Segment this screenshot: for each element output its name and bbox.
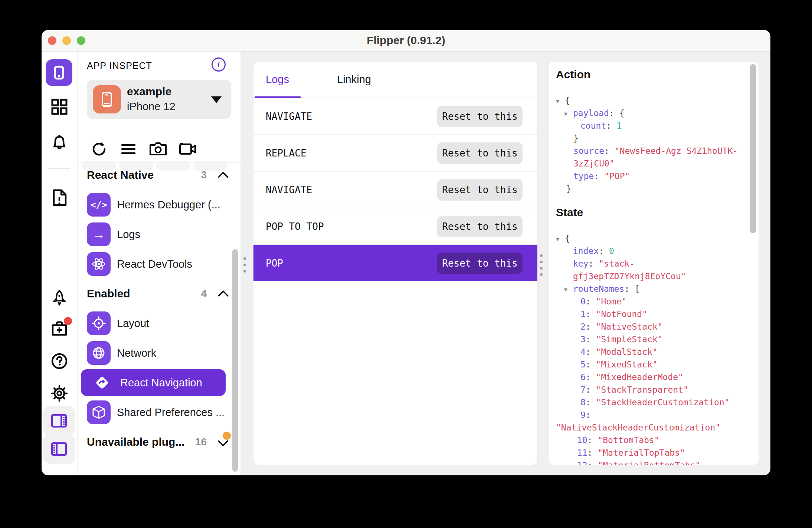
- action-json-tree[interactable]: ▼{▼payload: {count: 1}source: "NewsFeed-…: [556, 94, 756, 195]
- video-camera-icon: [179, 141, 196, 158]
- bell-icon: [50, 133, 68, 151]
- section-count: 3: [201, 169, 207, 181]
- section-count: 4: [201, 288, 207, 300]
- panel-right-icon: [50, 413, 68, 429]
- event-type: POP_TO_TOP: [266, 221, 437, 232]
- toggle-left-sidebar-button[interactable]: [43, 434, 75, 464]
- sidebar-scrollbar[interactable]: [232, 249, 238, 472]
- setup-doctor-rail-button[interactable]: [50, 320, 68, 337]
- app-name: example: [127, 85, 171, 98]
- reload-app-button[interactable]: [91, 141, 108, 158]
- reset-to-this-button[interactable]: Reset to this: [437, 216, 523, 237]
- titlebar: Flipper (0.91.2): [42, 30, 770, 52]
- state-heading: State: [556, 206, 583, 219]
- plugin-label: Layout: [117, 317, 149, 330]
- plugin-label: Network: [117, 347, 156, 359]
- sidebar-item-logs[interactable]: → Logs: [78, 220, 240, 249]
- navigation-diamond-icon: [90, 371, 114, 395]
- section-unavailable-plugins[interactable]: Unavailable plug... 16: [78, 427, 240, 457]
- section-label: Unavailable plug...: [87, 436, 195, 448]
- sidebar-item-react-devtools[interactable]: React DevTools: [78, 249, 240, 279]
- report-issue-rail-button[interactable]: [51, 189, 68, 207]
- sidebar-resize-handle[interactable]: [243, 255, 246, 274]
- reset-to-this-button[interactable]: Reset to this: [437, 106, 523, 127]
- state-json-tree[interactable]: ▼{index: 0key: "stack-gfj3epTZD7Yknj8EoY…: [556, 232, 756, 465]
- grid-icon: [51, 98, 68, 115]
- screen-record-button[interactable]: [179, 141, 196, 158]
- caret-down-icon: [211, 96, 222, 103]
- sidebar-item-react-navigation[interactable]: React Navigation: [78, 368, 240, 397]
- mobile-device-icon: [52, 65, 66, 80]
- toggle-right-sidebar-button[interactable]: [43, 406, 75, 436]
- desktop: Flipper (0.91.2): [0, 0, 812, 528]
- action-heading: Action: [556, 68, 590, 81]
- tab-linking[interactable]: Linking: [337, 62, 371, 98]
- cube-icon: [87, 400, 111, 424]
- expander-arrow-icon[interactable]: ▼: [564, 108, 573, 120]
- sidebar-item-hermes-debugger[interactable]: </> Hermes Debugger (...: [78, 190, 240, 220]
- sidebar-item-network[interactable]: Network: [78, 338, 240, 368]
- event-type: POP: [266, 258, 437, 269]
- tabbar: Logs Linking: [253, 62, 537, 98]
- settings-rail-button[interactable]: [50, 385, 68, 402]
- log-row[interactable]: NAVIGATE Reset to this: [253, 98, 537, 135]
- section-enabled[interactable]: Enabled 4: [78, 279, 240, 308]
- flipper-window: Flipper (0.91.2): [42, 30, 770, 475]
- plugin-sidebar: APP INSPECT i example iPhone 12: [78, 52, 240, 475]
- plugin-label: Logs: [117, 228, 140, 241]
- section-react-native[interactable]: React Native 3: [78, 160, 240, 190]
- sidebar-item-layout[interactable]: Layout: [78, 308, 240, 338]
- event-type: NAVIGATE: [266, 111, 437, 122]
- expander-arrow-icon[interactable]: ▼: [556, 95, 565, 108]
- panel-left-icon: [50, 441, 68, 457]
- device-app-icon: [93, 85, 121, 113]
- reset-to-this-button[interactable]: Reset to this: [437, 179, 523, 201]
- sidebar-item-shared-preferences[interactable]: Shared Preferences ...: [78, 397, 240, 427]
- log-row[interactable]: POP_TO_TOP Reset to this: [253, 208, 537, 245]
- document-alert-icon: [51, 189, 68, 207]
- refresh-icon: [91, 141, 108, 158]
- tab-logs[interactable]: Logs: [266, 62, 289, 98]
- app-inspect-heading: APP INSPECT: [87, 60, 152, 71]
- section-label: Enabled: [87, 287, 201, 300]
- plugin-label: React DevTools: [117, 258, 192, 270]
- chevron-up-icon: [218, 171, 229, 182]
- help-icon: [51, 353, 68, 370]
- dev-menu-button[interactable]: [120, 141, 137, 158]
- arrow-right-icon: →: [87, 222, 111, 246]
- device-selector[interactable]: example iPhone 12: [87, 80, 231, 119]
- expander-arrow-icon[interactable]: ▼: [556, 233, 565, 245]
- log-row[interactable]: REPLACE Reset to this: [253, 135, 537, 172]
- expander-arrow-icon[interactable]: ▼: [564, 283, 573, 296]
- event-type: NAVIGATE: [266, 184, 437, 195]
- help-rail-button[interactable]: [51, 353, 68, 370]
- log-row[interactable]: NAVIGATE Reset to this: [253, 172, 537, 208]
- plugin-grid-rail-button[interactable]: [51, 98, 68, 115]
- reset-to-this-button[interactable]: Reset to this: [437, 142, 523, 164]
- reset-to-this-button[interactable]: Reset to this: [437, 253, 523, 274]
- screenshot-button[interactable]: [149, 141, 166, 158]
- globe-icon: [87, 341, 111, 365]
- info-icon[interactable]: i: [212, 57, 226, 72]
- plugin-label: Shared Preferences ...: [117, 406, 225, 419]
- crosshair-icon: [87, 311, 111, 335]
- code-icon: </>: [87, 193, 111, 217]
- menu-icon: [120, 141, 137, 158]
- unavailable-warning-badge: [223, 432, 231, 440]
- react-atom-icon: [87, 252, 111, 276]
- left-icon-rail: [42, 52, 78, 475]
- device-name: iPhone 12: [127, 100, 176, 113]
- changelog-rail-button[interactable]: [51, 290, 68, 307]
- inspector-resize-handle[interactable]: [540, 253, 543, 278]
- log-row-selected[interactable]: POP Reset to this: [253, 245, 537, 281]
- chevron-up-icon: [218, 290, 229, 301]
- app-inspect-rail-button[interactable]: [46, 59, 72, 86]
- first-aid-kit-icon: [50, 320, 68, 337]
- plugin-label: React Navigation: [120, 377, 202, 389]
- inspector-panel: Action ▼{▼payload: {count: 1}source: "Ne…: [548, 61, 759, 465]
- doctor-alert-badge: [64, 317, 72, 325]
- notifications-rail-button[interactable]: [50, 133, 68, 151]
- inspector-scrollbar[interactable]: [750, 64, 756, 233]
- window-title: Flipper (0.91.2): [42, 30, 770, 51]
- section-count: 16: [195, 436, 207, 448]
